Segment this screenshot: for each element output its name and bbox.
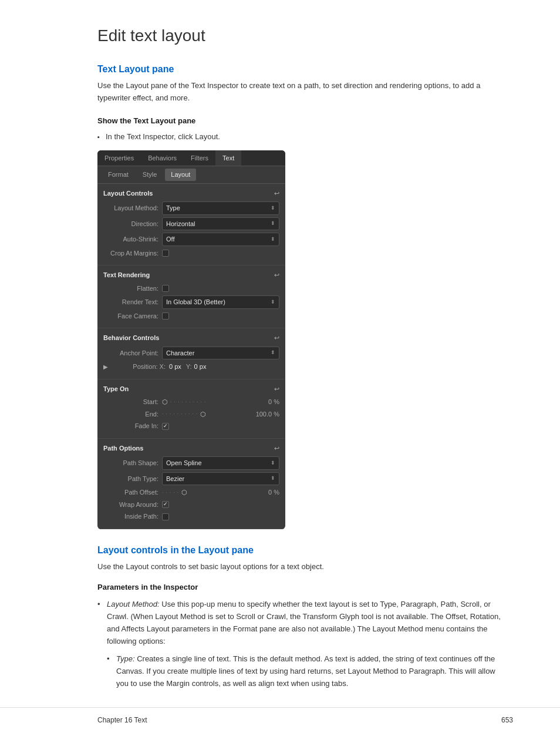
end-slider-track: · · · · · · · · · · xyxy=(162,411,198,418)
tab-properties[interactable]: Properties xyxy=(97,150,141,166)
footer-chapter: Chapter 16 Text xyxy=(97,715,147,725)
layout-method-row: Layout Method: Type ⬍ xyxy=(103,201,279,215)
type-on-header: Type On ↩ xyxy=(103,384,279,394)
path-offset-slider-row: · · · · · ⬡ xyxy=(162,488,256,497)
behavior-controls-title: Behavior Controls xyxy=(103,333,159,343)
wrap-around-label: Wrap Around: xyxy=(103,500,162,510)
layout-controls-reset[interactable]: ↩ xyxy=(274,189,279,199)
position-y-label: Y: xyxy=(186,362,192,372)
anchor-point-label: Anchor Point: xyxy=(103,348,162,358)
crop-at-margins-checkbox[interactable] xyxy=(162,250,169,257)
path-options-reset[interactable]: ↩ xyxy=(274,443,279,453)
section1-bullets: In the Text Inspector, click Layout. xyxy=(97,131,513,143)
section2-heading: Layout controls in the Layout pane xyxy=(97,543,513,557)
position-label: Position: X: xyxy=(110,362,169,372)
tab-behaviors[interactable]: Behaviors xyxy=(141,150,184,166)
face-camera-label: Face Camera: xyxy=(103,311,162,321)
auto-shrink-label: Auto-Shrink: xyxy=(103,234,162,244)
tab-layout[interactable]: Layout xyxy=(165,169,196,181)
type-on-section: Type On ↩ Start: ⬡ · · · · · · · · · · 0… xyxy=(97,379,285,439)
anchor-point-arrow: ⬍ xyxy=(271,349,275,357)
anchor-point-row: Anchor Point: Character ⬍ xyxy=(103,347,279,360)
section1-bullet-item: In the Text Inspector, click Layout. xyxy=(97,131,513,143)
wrap-around-checkbox[interactable]: ✓ xyxy=(162,501,169,508)
auto-shrink-value: Off xyxy=(166,234,174,244)
end-row: End: · · · · · · · · · · ⬡ 100.0 % xyxy=(103,409,279,419)
path-shape-label: Path Shape: xyxy=(103,458,162,468)
layout-method-value: Type xyxy=(166,203,180,213)
param-layout-method-italic: Layout Method: xyxy=(107,600,160,608)
anchor-point-value: Character xyxy=(166,348,194,358)
render-text-control[interactable]: In Global 3D (Better) ⬍ xyxy=(162,295,279,309)
anchor-point-control[interactable]: Character ⬍ xyxy=(162,347,279,360)
layout-method-arrow: ⬍ xyxy=(271,204,275,213)
inside-path-checkbox[interactable] xyxy=(162,513,169,520)
fade-in-checkbox[interactable]: ✓ xyxy=(162,423,169,430)
end-thumb-right: ⬡ xyxy=(200,409,206,419)
behavior-controls-reset[interactable]: ↩ xyxy=(274,333,279,343)
position-row: ▶ Position: X: 0 px Y: 0 px xyxy=(103,362,279,372)
render-text-value: In Global 3D (Better) xyxy=(166,297,225,307)
auto-shrink-arrow: ⬍ xyxy=(271,236,275,244)
direction-label: Direction: xyxy=(103,219,162,229)
position-y-value: 0 px xyxy=(194,362,207,372)
auto-shrink-control[interactable]: Off ⬍ xyxy=(162,233,279,246)
flatten-checkbox[interactable] xyxy=(162,285,169,292)
sub-param-type: Type: Creates a single line of text. Thi… xyxy=(97,653,508,690)
tab-text[interactable]: Text xyxy=(215,150,241,166)
inside-path-row: Inside Path: xyxy=(103,512,279,522)
crop-at-margins-row: Crop At Margins: xyxy=(103,248,279,258)
text-rendering-header: Text Rendering ↩ xyxy=(103,270,279,280)
layout-controls-header: Layout Controls ↩ xyxy=(103,189,279,199)
text-rendering-reset[interactable]: ↩ xyxy=(274,270,279,280)
fade-in-row: Fade In: ✓ xyxy=(103,421,279,431)
path-offset-row: Path Offset: · · · · · ⬡ 0 % xyxy=(103,488,279,497)
path-offset-track: · · · · · xyxy=(162,489,179,496)
type-on-reset[interactable]: ↩ xyxy=(274,384,279,394)
fade-in-label: Fade In: xyxy=(103,421,162,431)
direction-row: Direction: Horizontal ⬍ xyxy=(103,217,279,231)
footer-page-number: 653 xyxy=(501,715,513,725)
inspector-top-tabs: Properties Behaviors Filters Text xyxy=(97,150,285,167)
face-camera-checkbox[interactable] xyxy=(162,312,169,320)
start-value: 0 % xyxy=(256,397,279,407)
end-label: End: xyxy=(103,409,162,419)
tab-format[interactable]: Format xyxy=(102,169,134,181)
tab-filters[interactable]: Filters xyxy=(184,150,215,166)
render-text-row: Render Text: In Global 3D (Better) ⬍ xyxy=(103,295,279,309)
end-value: 100.0 % xyxy=(256,409,279,419)
path-shape-value: Open Spline xyxy=(166,458,202,468)
path-shape-arrow: ⬍ xyxy=(271,459,275,468)
section1-subheading: Show the Text Layout pane xyxy=(97,115,513,127)
render-text-arrow: ⬍ xyxy=(271,298,275,307)
text-rendering-title: Text Rendering xyxy=(103,270,150,280)
section1-intro: Use the Layout pane of the Text Inspecto… xyxy=(97,80,508,105)
path-offset-value: 0 % xyxy=(256,488,279,497)
start-slider-track: · · · · · · · · · · xyxy=(170,399,206,406)
start-slider-row: ⬡ · · · · · · · · · · xyxy=(162,397,256,407)
position-expand[interactable]: ▶ xyxy=(103,362,108,371)
section2: Layout controls in the Layout pane Use t… xyxy=(97,543,513,690)
position-x-value: 0 px xyxy=(169,362,181,372)
start-row: Start: ⬡ · · · · · · · · · · 0 % xyxy=(103,397,279,407)
face-camera-row: Face Camera: xyxy=(103,311,279,321)
crop-at-margins-label: Crop At Margins: xyxy=(103,248,162,258)
inside-path-label: Inside Path: xyxy=(103,512,162,522)
page: Edit text layout Text Layout pane Use th… xyxy=(0,0,560,743)
direction-control[interactable]: Horizontal ⬍ xyxy=(162,217,279,231)
path-options-title: Path Options xyxy=(103,443,143,453)
start-label: Start: xyxy=(103,397,162,407)
path-type-control[interactable]: Bezier ⬍ xyxy=(162,472,279,486)
sub-param-type-italic: Type: xyxy=(116,654,135,663)
path-shape-control[interactable]: Open Spline ⬍ xyxy=(162,456,279,470)
path-type-value: Bezier xyxy=(166,474,184,484)
behavior-controls-header: Behavior Controls ↩ xyxy=(103,333,279,343)
path-options-header: Path Options ↩ xyxy=(103,443,279,453)
auto-shrink-row: Auto-Shrink: Off ⬍ xyxy=(103,233,279,246)
path-type-label: Path Type: xyxy=(103,474,162,484)
direction-value: Horizontal xyxy=(166,219,195,229)
tab-style[interactable]: Style xyxy=(137,169,163,181)
layout-method-control[interactable]: Type ⬍ xyxy=(162,201,279,215)
params-heading: Parameters in the Inspector xyxy=(97,581,513,593)
path-options-section: Path Options ↩ Path Shape: Open Spline ⬍… xyxy=(97,439,285,529)
